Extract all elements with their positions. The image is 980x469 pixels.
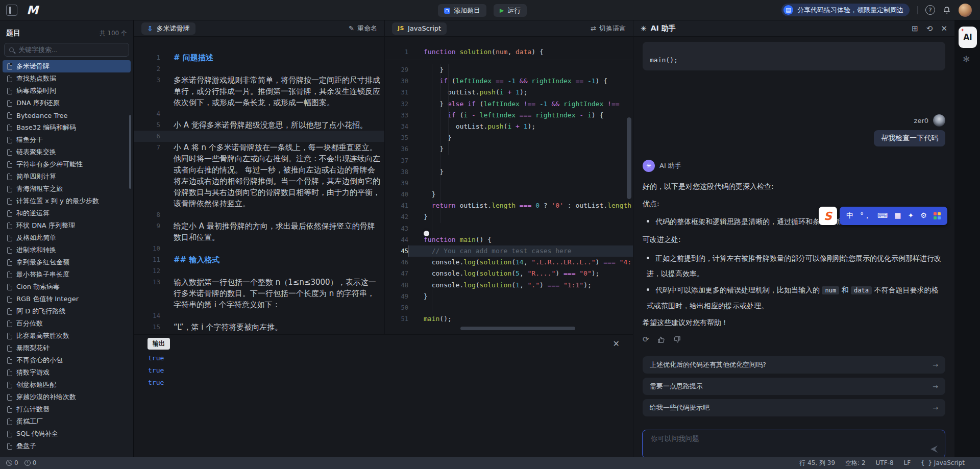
code-text: if (i - leftIndex === rightIndex - i) { [408, 110, 633, 121]
sidebar-item[interactable]: 暴雨梨花针 [0, 342, 133, 354]
sidebar-item[interactable]: 叠盘子 [0, 440, 133, 452]
problem-tab[interactable]: ⇩ 多米诺骨牌 [141, 22, 195, 35]
cursor-position[interactable]: 行 45, 列 39 [799, 459, 835, 467]
widget-icon[interactable]: ✻ [963, 54, 970, 64]
sidebar-item[interactable]: Cion 勒索病毒 [0, 281, 133, 293]
suggestion-card[interactable]: 上述优化后的代码还有其他优化空间吗?→ [643, 356, 945, 374]
problem-lines[interactable]: 1# 问题描述23多米诺骨牌游戏规则非常简单，将骨牌按一定间距的尺寸排成单行，或… [134, 37, 384, 333]
add-problem-button[interactable]: 添加题目 [438, 4, 486, 17]
sidebar-item[interactable]: 拿到最多红包金额 [0, 256, 133, 268]
promo-banner[interactable]: ▤ 分享代码练习体验，领限量定制周边 [781, 4, 910, 16]
sidebar-item[interactable]: Base32 编码和解码 [0, 121, 133, 134]
thumbs-down-icon[interactable] [673, 336, 681, 343]
ai-float-button[interactable]: AI [959, 27, 977, 48]
run-button[interactable]: ▶ 运行 [494, 4, 527, 17]
ime-glyph[interactable]: °， [860, 211, 871, 220]
send-icon[interactable] [929, 445, 939, 454]
suggestion-card[interactable]: 需要一点思路提示→ [643, 378, 945, 395]
sidebar-item[interactable]: 链表聚集交换 [0, 146, 133, 158]
sidebar-item[interactable]: 及格如此简单 [0, 232, 133, 244]
chat-input-box[interactable] [642, 430, 945, 458]
language-tab[interactable]: JS JavaScript [392, 22, 447, 35]
code-lines[interactable]: 29 }30 if (leftIndex == -1 && rightIndex… [385, 64, 633, 325]
document-icon [7, 431, 12, 437]
help-icon[interactable]: ? [925, 5, 935, 15]
search-box[interactable] [4, 43, 129, 57]
sidebar-item[interactable]: 阿 D 的飞行路线 [0, 305, 133, 317]
sidebar-item[interactable]: 蛋糕工厂 [0, 415, 133, 428]
sidebar-item[interactable]: Bytedance Tree [0, 109, 133, 121]
sogou-logo-icon[interactable]: S [819, 207, 837, 225]
editor-vertical-scrollbar[interactable] [627, 117, 631, 199]
sidebar-item[interactable]: 多米诺骨牌 [3, 60, 131, 72]
sidebar-item[interactable]: 简单四则计算 [0, 170, 133, 183]
sidebar-item[interactable]: 猫鱼分干 [0, 134, 133, 146]
sidebar-item[interactable]: 不再贪心的小包 [0, 354, 133, 366]
notification-bell-icon[interactable] [943, 6, 951, 14]
markdown-text: “L”，第 i 个字符将要被向左推。 [174, 322, 381, 333]
sidebar-item[interactable]: 字符串有多少种可能性 [0, 158, 133, 170]
sidebar-item[interactable]: 环状 DNA 序列整理 [0, 219, 133, 232]
search-input[interactable] [17, 45, 124, 54]
sidebar-item[interactable]: 进制求和转换 [0, 244, 133, 256]
sidebar-item[interactable]: RGB 色值转 Integer [0, 293, 133, 305]
document-icon [7, 394, 12, 401]
ime-glyph[interactable]: ⚙ [920, 211, 927, 220]
rename-button[interactable]: ✎ 重命名 [349, 24, 377, 33]
output-tab[interactable]: 输出 [148, 338, 170, 350]
encoding[interactable]: UTF-8 [876, 459, 894, 466]
warning-count[interactable]: ! 0 [24, 459, 37, 466]
sidebar-item[interactable]: 百分位数 [0, 317, 133, 330]
sidebar-item-label: 链表聚集交换 [16, 147, 56, 157]
chat-input[interactable] [650, 434, 922, 443]
line-number: 1 [134, 52, 160, 63]
sidebar-item[interactable]: 和的逆运算 [0, 207, 133, 219]
ime-glyph[interactable]: 中 [846, 211, 853, 220]
ime-glyphs: 中°，⌨▦✦⚙ [846, 211, 927, 220]
close-icon[interactable]: ✕ [613, 339, 620, 349]
bullet-dot [647, 220, 649, 223]
sidebar-item[interactable]: 穿越沙漠的补给次数 [0, 391, 133, 403]
user-avatar[interactable] [959, 4, 972, 17]
ime-glyph[interactable]: ✦ [908, 211, 914, 220]
sidebar-item[interactable]: 创意标题匹配 [0, 379, 133, 391]
expand-icon[interactable]: ⊞ [912, 24, 918, 33]
close-icon[interactable]: ✕ [941, 24, 947, 33]
editor-horizontal-scrollbar[interactable] [460, 327, 575, 330]
sidebar-item[interactable]: 病毒感染时间 [0, 85, 133, 97]
sidebar-item[interactable]: 青海湖租车之旅 [0, 183, 133, 195]
language-mode[interactable]: { } JavaScript [921, 459, 965, 466]
sidebar-item-label: 猜数字游戏 [16, 368, 50, 377]
sidebar-item[interactable]: 打点计数器 [0, 403, 133, 415]
regenerate-icon[interactable]: ⟳ [643, 335, 649, 344]
code-line: 39 [385, 178, 633, 189]
sidebar-item[interactable]: 计算位置 x 到 y 的最少步数 [0, 195, 133, 207]
markdown-text: 给定小 A 最初推骨牌的方向，求出最后依然保持竖立的骨牌数目和位置。 [174, 220, 381, 243]
history-icon[interactable]: ⟲ [926, 24, 933, 33]
markdown-line: 12 [134, 265, 384, 277]
sidebar-item[interactable]: 查找热点数据 [0, 72, 133, 85]
sidebar-item[interactable]: DNA 序列还原 [0, 97, 133, 109]
sidebar-toggle-icon[interactable] [6, 5, 17, 16]
indentation[interactable]: 空格: 2 [845, 459, 866, 467]
thumbs-up-icon[interactable] [657, 336, 665, 343]
sidebar-item[interactable]: SQL 代码补全 [0, 428, 133, 440]
ime-glyph[interactable]: ⌨ [877, 211, 888, 220]
markdown-text: 小 A 将 n 个多米诺骨牌放在一条线上，每一块都垂直竖立。他同时将一些骨牌向左… [174, 142, 381, 209]
switch-language-button[interactable]: ⇄ 切换语言 [591, 24, 626, 33]
ime-glyph[interactable]: ▦ [894, 211, 901, 220]
sidebar-item[interactable]: 最小替换子串长度 [0, 268, 133, 281]
sidebar-item[interactable]: 猜数字游戏 [0, 366, 133, 379]
js-icon: JS [398, 25, 404, 32]
sidebar-item-label: 查找热点数据 [16, 74, 56, 83]
sidebar-item-label: Base32 编码和解码 [16, 123, 76, 132]
code-text [408, 155, 633, 166]
error-count[interactable]: 0 [6, 459, 18, 466]
line-number: 45 [385, 245, 408, 257]
chat-code-block: main(); [643, 42, 945, 70]
ime-toolbar[interactable]: 中°，⌨▦✦⚙ [840, 207, 947, 225]
suggestion-card[interactable]: 给我一些代码提示吧→ [643, 399, 945, 416]
sidebar-scrollbar[interactable] [129, 115, 131, 189]
sidebar-item[interactable]: 比赛最高获胜次数 [0, 330, 133, 342]
eol-type[interactable]: LF [904, 459, 911, 466]
